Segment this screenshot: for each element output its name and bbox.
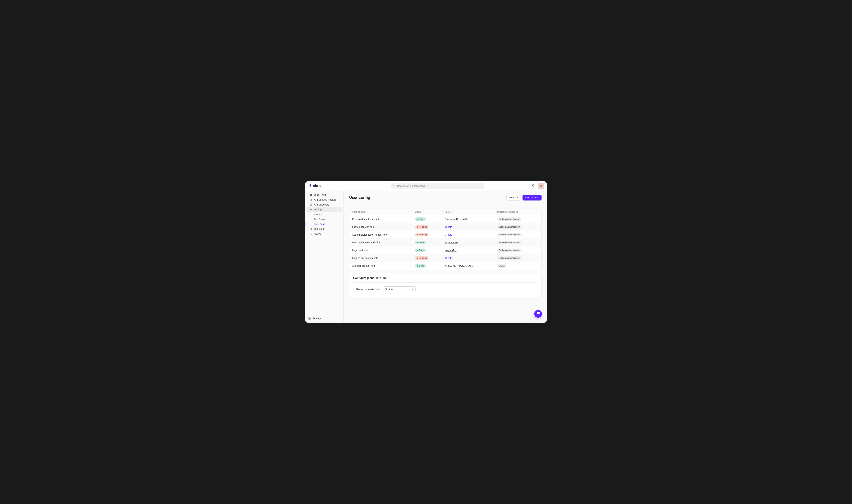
- col-values: Values: [442, 209, 494, 215]
- svg-point-8: [311, 209, 311, 210]
- cell-impact: Broken Authentication: [494, 254, 541, 262]
- table-row: Password reset endpointDonePassword Rese…: [349, 215, 541, 223]
- sidebar-item-label: API Security Posture: [314, 198, 336, 201]
- brand: akto: [308, 183, 344, 188]
- sidebar-item-label: API Discovery: [314, 203, 329, 206]
- sidebar-item-api-security-posture[interactable]: API Security Posture: [306, 197, 342, 202]
- document-icon: [309, 228, 312, 230]
- chat-fab[interactable]: [534, 310, 542, 318]
- create-link[interactable]: Create: [445, 233, 452, 236]
- col-config-name: Config name: [349, 209, 412, 215]
- cell-config-name: Authentication token header key: [349, 231, 412, 239]
- cell-impact: Broken Authentication: [494, 231, 541, 239]
- table-row: Authentication token header keyPendingCr…: [349, 231, 541, 239]
- cell-value: Login APIs: [442, 247, 494, 254]
- stop-all-tests-button[interactable]: Stop all tests: [522, 195, 541, 200]
- brand-logo-icon: [308, 183, 312, 188]
- table-row: Login endpointDoneLogin APIsBroken Authe…: [349, 247, 541, 254]
- svg-rect-11: [310, 234, 310, 235]
- cell-value: ATTACKER_TOKEN_ALL: [442, 262, 494, 270]
- svg-point-0: [394, 185, 395, 186]
- cell-config-name: Locked account role: [349, 223, 412, 231]
- status-badge: Done: [415, 241, 426, 244]
- create-link[interactable]: Create: [445, 257, 452, 259]
- cell-config-name: Attacker account role: [349, 262, 412, 270]
- value-link[interactable]: Login APIs: [445, 249, 456, 252]
- sidebar-sub-test-roles[interactable]: Test Roles: [306, 217, 342, 221]
- cell-value: Signup APIs: [442, 239, 494, 247]
- table-row: Locked account rolePendingCreateBroken A…: [349, 223, 541, 231]
- sidebar-item-settings[interactable]: Settings: [305, 316, 344, 321]
- status-ring-icon: [417, 227, 418, 228]
- search-input[interactable]: [397, 185, 482, 187]
- search-bar[interactable]: [391, 183, 484, 189]
- cell-config-name: Logged out account role: [349, 254, 412, 262]
- status-label: Pending: [419, 234, 427, 236]
- svg-line-1: [395, 186, 395, 186]
- chat-icon: [536, 312, 540, 316]
- sidebar-sub-results[interactable]: Results: [306, 212, 342, 217]
- status-badge: Done: [415, 217, 426, 221]
- sidebar-sub-user-config[interactable]: User Config: [306, 221, 342, 227]
- sidebar-item-quick-start[interactable]: Quick Start: [306, 193, 342, 197]
- cell-value: Create: [442, 223, 494, 231]
- cell-status: Pending: [412, 254, 442, 262]
- svg-rect-13: [311, 234, 312, 235]
- stop-all-tests-label: Stop all tests: [525, 196, 539, 199]
- notifications-button[interactable]: [531, 183, 536, 188]
- cell-status: Done: [412, 262, 442, 270]
- table-row: User registration endpointDoneSignup API…: [349, 239, 541, 247]
- file-icon: [309, 198, 312, 201]
- cell-config-name: Password reset endpoint: [349, 215, 412, 223]
- col-status: Status: [412, 209, 442, 215]
- gear-icon: [308, 317, 311, 320]
- cell-impact: BOLA: [494, 262, 541, 270]
- svg-rect-5: [311, 195, 312, 196]
- col-impact: Impacting categories: [494, 209, 541, 215]
- create-link[interactable]: Create: [445, 226, 452, 228]
- impact-tag: Broken Authentication: [497, 241, 522, 244]
- status-dot-icon: [417, 219, 418, 220]
- chevron-down-icon: [516, 196, 518, 199]
- cell-impact: Broken Authentication: [494, 247, 541, 254]
- svg-rect-12: [311, 233, 311, 234]
- bell-icon: [532, 184, 535, 188]
- svg-rect-3: [311, 194, 312, 195]
- sidebar-item-label: Test Editor: [314, 228, 325, 230]
- rate-limit-title: Configure global rate limit: [353, 276, 538, 283]
- status-label: Pending: [419, 257, 427, 259]
- cell-status: Pending: [412, 231, 442, 239]
- svg-point-6: [310, 204, 312, 204]
- cell-value: Password Reset APIs: [442, 215, 494, 223]
- rate-limit-select[interactable]: No limit: [383, 286, 416, 292]
- cell-status: Done: [412, 239, 442, 247]
- sidebar-item-test-editor[interactable]: Test Editor: [306, 227, 342, 231]
- database-icon: [309, 203, 312, 206]
- learn-button[interactable]: Learn: [506, 195, 521, 200]
- sidebar-item-api-discovery[interactable]: API Discovery: [306, 202, 342, 207]
- cell-config-name: Login endpoint: [349, 247, 412, 254]
- value-link[interactable]: Signup APIs: [445, 241, 458, 244]
- impact-tag: Broken Authentication: [497, 256, 522, 260]
- cell-config-name: User registration endpoint: [349, 239, 412, 247]
- cell-value: Create: [442, 231, 494, 239]
- status-label: Done: [419, 241, 424, 244]
- svg-point-7: [310, 209, 312, 210]
- search-icon: [393, 184, 396, 187]
- value-link[interactable]: ATTACKER_TOKEN_ALL: [445, 265, 473, 267]
- sidebar-item-label: Issues: [314, 232, 321, 235]
- status-dot-icon: [417, 250, 418, 251]
- rate-limit-card: Configure global rate limit Allowed requ…: [349, 273, 541, 299]
- sidebar-item-issues[interactable]: Issues: [306, 231, 342, 236]
- status-badge: Done: [415, 264, 426, 268]
- value-link[interactable]: Password Reset APIs: [445, 218, 468, 220]
- sidebar-item-label: Quick Start: [314, 194, 326, 196]
- sidebar-item-testing[interactable]: Testing: [306, 207, 342, 212]
- avatar[interactable]: RA: [538, 183, 544, 189]
- cell-status: Pending: [412, 223, 442, 231]
- status-ring-icon: [417, 257, 418, 259]
- status-label: Done: [419, 218, 424, 220]
- chart-icon: [309, 232, 312, 235]
- page-title: User config: [349, 195, 370, 200]
- cell-impact: Broken Authentication: [494, 215, 541, 223]
